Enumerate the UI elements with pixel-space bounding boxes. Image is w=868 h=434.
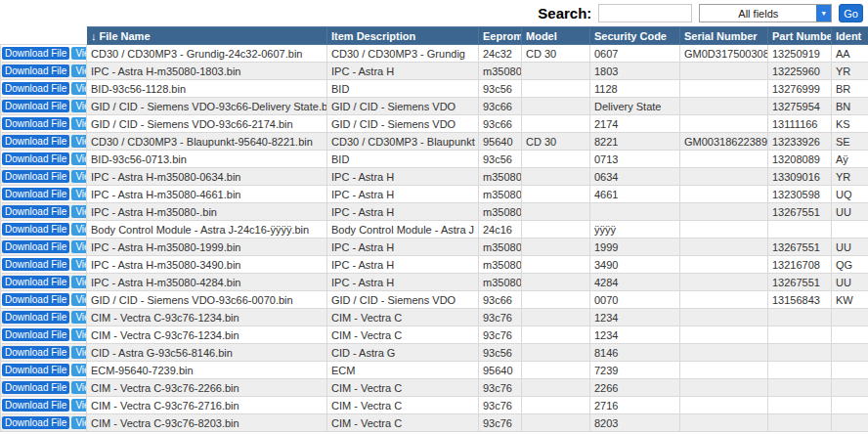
download-file-button[interactable]: Download File [2,258,69,271]
ident-cell [832,379,868,397]
item-description-cell: IPC - Astra H [327,63,479,80]
part-number-cell: 13156843 [768,291,832,309]
column-header-part-number[interactable]: Part Number [768,27,832,45]
view-button[interactable]: View [71,170,86,183]
search-label: Search: [538,5,591,22]
security-code-cell: 1128 [590,80,680,98]
eeprom-cell: 93c66 [479,291,522,309]
view-button[interactable]: View [71,293,86,306]
download-file-button[interactable]: Download File [2,135,69,148]
download-file-button[interactable]: Download File [2,47,69,60]
go-button[interactable]: Go [839,4,863,22]
view-button[interactable]: View [71,346,86,359]
file-table-body: Download File View CD30 / CD30MP3 - Grun… [1,45,868,432]
eeprom-cell: 93c56 [479,80,522,98]
file-name-cell: IPC - Astra H-m35080-0634.bin [87,168,327,186]
view-button[interactable]: View [71,188,86,200]
file-name-cell: CD30 / CD30MP3 - Blaupunkt-95640-8221.bi… [87,133,327,151]
ident-cell [832,344,868,362]
view-button[interactable]: View [71,223,86,236]
actions-cell: Download File View [1,326,87,344]
eeprom-cell: m35080 [479,203,522,221]
column-header-eeprom[interactable]: Eeprom [479,27,522,45]
model-cell [522,256,590,274]
column-header-file-name[interactable]: ↓ File Name [87,27,327,45]
view-button[interactable]: View [71,311,86,324]
download-file-button[interactable]: Download File [2,311,69,324]
model-cell [522,291,590,309]
item-description-cell: IPC - Astra H [327,203,479,221]
table-row: Download File View IPC - Astra H-m35080-… [1,256,868,274]
ident-cell [832,221,868,239]
item-description-cell: CD30 / CD30MP3 - Blaupunkt [327,133,479,151]
download-file-button[interactable]: Download File [2,399,69,412]
column-header-item-description[interactable]: Item Description [327,27,479,45]
part-number-cell: 13250919 [768,45,832,63]
column-header-serial-number[interactable]: Serial Number [680,27,768,45]
view-button[interactable]: View [71,47,86,60]
part-number-cell: 13216708 [768,256,832,274]
model-cell [522,239,590,256]
eeprom-cell: m35080 [479,63,522,80]
download-file-button[interactable]: Download File [2,188,69,200]
item-description-cell: ECM [327,362,479,379]
view-button[interactable]: View [71,276,86,288]
eeprom-cell: 24c16 [479,221,522,239]
file-name-cell: IPC - Astra H-m35080-1999.bin [87,239,327,256]
view-button[interactable]: View [71,152,86,165]
actions-cell: Download File View [1,115,87,133]
view-button[interactable]: View [71,416,86,429]
view-button[interactable]: View [71,240,86,253]
download-file-button[interactable]: Download File [2,293,69,306]
files-table: ↓ File NameItem DescriptionEepromModelSe… [0,26,868,432]
file-name-cell: CIM - Vectra C-93c76-8203.bin [87,414,327,432]
model-cell [522,115,590,133]
download-file-button[interactable]: Download File [2,65,69,77]
download-file-button[interactable]: Download File [2,117,69,130]
model-cell [522,344,590,362]
download-file-button[interactable]: Download File [2,82,69,95]
download-file-button[interactable]: Download File [2,240,69,253]
item-description-cell: IPC - Astra H [327,274,479,291]
view-button[interactable]: View [71,364,86,376]
chevron-down-icon[interactable]: ▼ [816,5,831,22]
download-file-button[interactable]: Download File [2,364,69,376]
view-button[interactable]: View [71,399,86,412]
serial-number-cell [680,344,768,362]
eeprom-cell: 93c56 [479,344,522,362]
download-file-button[interactable]: Download File [2,100,69,112]
column-header-ident[interactable]: Ident [832,27,868,45]
view-button[interactable]: View [71,205,86,218]
download-file-button[interactable]: Download File [2,276,69,288]
item-description-cell: BID [327,151,479,168]
view-button[interactable]: View [71,117,86,130]
download-file-button[interactable]: Download File [2,381,69,394]
item-description-cell: CID - Astra G [327,344,479,362]
security-code-cell: 3490 [590,256,680,274]
search-input[interactable] [598,4,692,22]
column-header-security-code[interactable]: Security Code [590,27,680,45]
download-file-button[interactable]: Download File [2,152,69,165]
search-field-select[interactable]: All fields ▼ [699,4,832,22]
actions-cell: Download File View [1,98,87,115]
view-button[interactable]: View [71,65,86,77]
download-file-button[interactable]: Download File [2,205,69,218]
table-row: Download File View GID / CID - Siemens V… [1,291,868,309]
file-name-cell: ECM-95640-7239.bin [87,362,327,379]
part-number-cell: 13225960 [768,63,832,80]
view-button[interactable]: View [71,328,86,341]
download-file-button[interactable]: Download File [2,328,69,341]
column-header-model[interactable]: Model [522,27,590,45]
view-button[interactable]: View [71,82,86,95]
view-button[interactable]: View [71,135,86,148]
download-file-button[interactable]: Download File [2,416,69,429]
view-button[interactable]: View [71,258,86,271]
part-number-cell [768,326,832,344]
search-bar: Search: All fields ▼ Go [0,0,868,26]
table-row: Download File View CD30 / CD30MP3 - Grun… [1,45,868,63]
download-file-button[interactable]: Download File [2,346,69,359]
download-file-button[interactable]: Download File [2,223,69,236]
view-button[interactable]: View [71,381,86,394]
view-button[interactable]: View [71,100,86,112]
download-file-button[interactable]: Download File [2,170,69,183]
